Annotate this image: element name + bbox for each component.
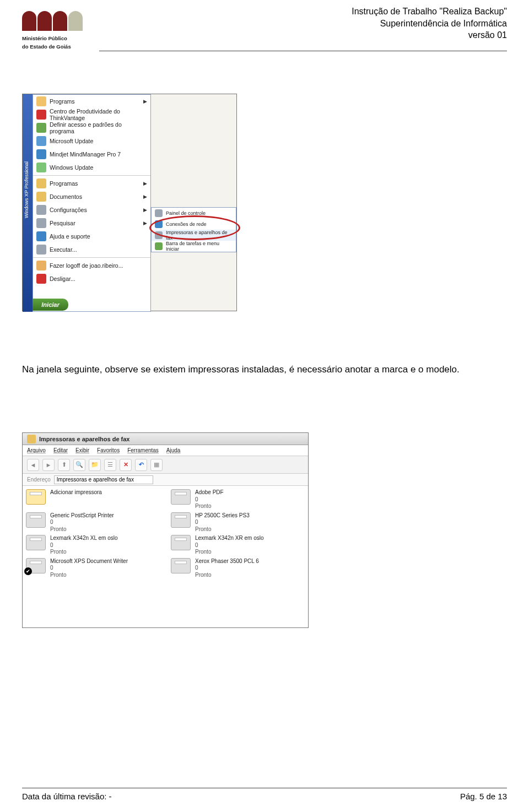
page-header: Ministério Público do Estado de Goiás In… [22,6,507,58]
folders-button[interactable]: 📁 [89,459,101,471]
printer-name: Lexmark X342n XR em oslo [195,535,264,542]
printer-icon [26,558,46,573]
search-button[interactable]: 🔍 [73,459,85,471]
menu-item-label: Microsoft Update [50,138,93,144]
menu-item[interactable]: Windows Update [33,161,150,174]
submenu-icon [155,231,163,239]
menubar-item[interactable]: Ajuda [166,447,181,453]
printer-count: 0 [50,519,114,526]
submenu-item[interactable]: Conexões de rede [152,219,236,230]
menu-item[interactable]: Programs▶ [33,95,150,108]
body-paragraph: Na janela seguinte, observe se existem i… [22,361,507,378]
up-button[interactable]: ⬆ [58,459,70,471]
start-menu-screenshot: Windows XP Professional Programs▶Centro … [22,94,237,311]
menubar-item[interactable]: Arquivo [27,447,46,453]
menu-item[interactable]: Definir acesso e padrões do programa [33,121,150,134]
submenu-label: Conexões de rede [166,221,207,227]
submenu-item[interactable]: Impressoras e aparelhos de fax [152,230,236,241]
printer-status: Pronto [50,549,117,556]
address-input[interactable] [54,475,153,484]
submenu-arrow-icon: ▶ [143,220,147,226]
menu-item-icon [36,178,46,188]
views-button[interactable]: ☰ [104,459,116,471]
menubar-item[interactable]: Favoritos [97,447,120,453]
menubar-item[interactable]: Editar [53,447,68,453]
page-footer: Data da última revisão: - Pág. 5 de 13 [22,788,507,801]
printer-item[interactable]: HP 2500C Series PS30Pronto [171,512,305,533]
menu-item[interactable]: Executar... [33,243,150,256]
printer-icon [26,535,46,550]
menu-item[interactable]: Programas▶ [33,177,150,190]
doc-title-line1: Instrução de Trabalho "Realiza Backup" [352,6,507,18]
back-button[interactable]: ◄ [27,459,39,471]
printer-status: Pronto [195,549,264,556]
header-divider [99,51,507,51]
menu-item-icon [36,192,46,202]
printer-name: Xerox Phaser 3500 PCL 6 [195,558,259,565]
start-menu-submenu: Painel de controleConexões de redeImpres… [151,207,236,252]
printer-item[interactable]: Adobe PDF0Pronto [171,489,305,510]
menu-item-icon [36,274,46,284]
menu-item[interactable]: Configurações▶ [33,203,150,216]
start-button[interactable]: Iniciar [33,299,68,311]
window-menubar[interactable]: ArquivoEditarExibirFavoritosFerramentasA… [23,445,308,456]
window-titlebar: Impressoras e aparelhos de fax [23,433,308,445]
printer-icon [171,489,191,505]
forward-button[interactable]: ► [42,459,55,471]
menu-item[interactable]: Ajuda e suporte [33,230,150,243]
printer-count: 0 [50,542,117,549]
address-bar: Endereço [23,474,308,486]
menu-item-label: Programs [50,98,75,105]
printer-item[interactable]: Microsoft XPS Document Writer0Pronto [26,558,160,579]
printer-item[interactable]: Lexmark X342n XL em oslo0Pronto [26,535,160,556]
delete-button[interactable]: ✕ [120,459,132,471]
view-mode-button[interactable]: ▦ [150,459,163,471]
menu-item[interactable]: Centro de Produtividade do ThinkVantage [33,108,150,121]
menu-item-icon [36,245,46,255]
printers-grid: Adicionar impressoraAdobe PDF0ProntoGene… [23,486,308,582]
menu-item[interactable]: Pesquisar▶ [33,216,150,230]
submenu-arrow-icon: ▶ [143,181,147,186]
menubar-item[interactable]: Exibir [75,447,89,453]
menubar-item[interactable]: Ferramentas [127,447,159,453]
printer-count: 0 [195,565,259,572]
printer-item[interactable]: Xerox Phaser 3500 PCL 60Pronto [171,558,305,579]
menu-item-icon [36,205,46,215]
menu-item[interactable]: Fazer logoff de joao.ribeiro... [33,259,150,272]
menu-item[interactable]: Documentos▶ [33,190,150,203]
doc-title-line3: versão 01 [352,29,507,41]
submenu-label: Barra de tarefas e menu Iniciar [166,241,233,252]
submenu-item[interactable]: Painel de controle [152,208,236,219]
menu-item[interactable]: Mindjet MindManager Pro 7 [33,148,150,161]
printer-name: Lexmark X342n XL em oslo [50,535,117,542]
xp-brand-strip: Windows XP Professional [23,94,33,312]
menu-item-label: Definir acesso e padrões do programa [50,121,147,134]
window-title-text: Impressoras e aparelhos de fax [39,433,129,445]
printer-name: Generic PostScript Printer [50,512,114,519]
menu-item[interactable]: Microsoft Update [33,134,150,148]
menu-item-label: Documentos [50,193,82,200]
printer-status: Pronto [195,526,250,533]
logo-text-line1: Ministério Público [22,35,99,41]
menu-item-icon [36,123,46,133]
footer-revision: Data da última revisão: - [22,792,112,801]
submenu-icon [155,220,163,228]
printer-icon [171,512,191,528]
printer-item[interactable]: Adicionar impressora [26,489,160,510]
undo-button[interactable]: ↶ [135,459,147,471]
printer-status: Pronto [195,503,224,510]
xp-brand-text: Windows XP Professional [24,161,29,218]
menu-item-label: Pesquisar [50,220,75,226]
submenu-item[interactable]: Barra de tarefas e menu Iniciar [152,241,236,252]
printer-count: 0 [50,565,128,572]
printer-item[interactable]: Generic PostScript Printer0Pronto [26,512,160,533]
menu-item[interactable]: Desligar... [33,272,150,285]
printer-name: Microsoft XPS Document Writer [50,558,128,565]
menu-item-icon [36,163,46,172]
menu-item-label: Programas [50,180,78,187]
document-title: Instrução de Trabalho "Realiza Backup" S… [352,6,507,41]
menu-item-icon [36,231,46,241]
submenu-arrow-icon: ▶ [143,207,147,213]
menu-item-icon [36,261,46,270]
printer-item[interactable]: Lexmark X342n XR em oslo0Pronto [171,535,305,556]
